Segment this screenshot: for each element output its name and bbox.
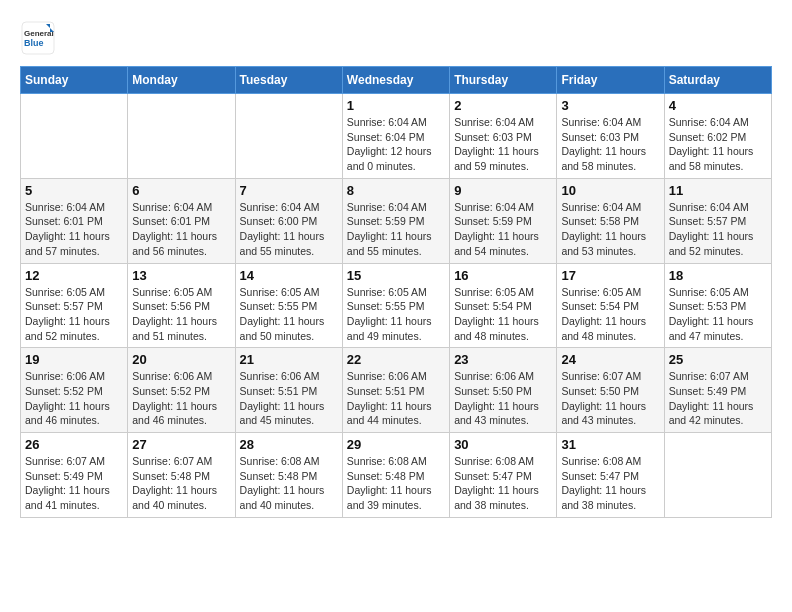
calendar-cell: 13Sunrise: 6:05 AM Sunset: 5:56 PM Dayli… (128, 263, 235, 348)
day-number: 15 (347, 268, 445, 283)
calendar-cell: 5Sunrise: 6:04 AM Sunset: 6:01 PM Daylig… (21, 178, 128, 263)
day-info: Sunrise: 6:04 AM Sunset: 6:00 PM Dayligh… (240, 200, 338, 259)
day-info: Sunrise: 6:05 AM Sunset: 5:55 PM Dayligh… (347, 285, 445, 344)
day-info: Sunrise: 6:08 AM Sunset: 5:47 PM Dayligh… (454, 454, 552, 513)
day-number: 29 (347, 437, 445, 452)
day-info: Sunrise: 6:06 AM Sunset: 5:52 PM Dayligh… (132, 369, 230, 428)
calendar-cell: 28Sunrise: 6:08 AM Sunset: 5:48 PM Dayli… (235, 433, 342, 518)
calendar-cell: 4Sunrise: 6:04 AM Sunset: 6:02 PM Daylig… (664, 94, 771, 179)
svg-text:Blue: Blue (24, 38, 44, 48)
day-number: 9 (454, 183, 552, 198)
logo: General Blue (20, 20, 56, 56)
day-info: Sunrise: 6:06 AM Sunset: 5:51 PM Dayligh… (240, 369, 338, 428)
day-number: 26 (25, 437, 123, 452)
calendar-cell: 7Sunrise: 6:04 AM Sunset: 6:00 PM Daylig… (235, 178, 342, 263)
day-info: Sunrise: 6:04 AM Sunset: 6:04 PM Dayligh… (347, 115, 445, 174)
day-number: 7 (240, 183, 338, 198)
calendar-cell: 25Sunrise: 6:07 AM Sunset: 5:49 PM Dayli… (664, 348, 771, 433)
day-info: Sunrise: 6:04 AM Sunset: 6:02 PM Dayligh… (669, 115, 767, 174)
day-number: 16 (454, 268, 552, 283)
calendar-cell: 11Sunrise: 6:04 AM Sunset: 5:57 PM Dayli… (664, 178, 771, 263)
day-number: 10 (561, 183, 659, 198)
day-info: Sunrise: 6:04 AM Sunset: 6:01 PM Dayligh… (132, 200, 230, 259)
calendar-cell (21, 94, 128, 179)
day-number: 21 (240, 352, 338, 367)
page-header: General Blue (20, 20, 772, 56)
svg-text:General: General (24, 29, 54, 38)
day-info: Sunrise: 6:05 AM Sunset: 5:54 PM Dayligh… (561, 285, 659, 344)
day-number: 23 (454, 352, 552, 367)
day-info: Sunrise: 6:08 AM Sunset: 5:47 PM Dayligh… (561, 454, 659, 513)
day-info: Sunrise: 6:08 AM Sunset: 5:48 PM Dayligh… (347, 454, 445, 513)
calendar-cell: 17Sunrise: 6:05 AM Sunset: 5:54 PM Dayli… (557, 263, 664, 348)
calendar-cell: 27Sunrise: 6:07 AM Sunset: 5:48 PM Dayli… (128, 433, 235, 518)
calendar-cell: 30Sunrise: 6:08 AM Sunset: 5:47 PM Dayli… (450, 433, 557, 518)
calendar-cell: 26Sunrise: 6:07 AM Sunset: 5:49 PM Dayli… (21, 433, 128, 518)
weekday-header: Sunday (21, 67, 128, 94)
day-number: 19 (25, 352, 123, 367)
calendar-cell: 8Sunrise: 6:04 AM Sunset: 5:59 PM Daylig… (342, 178, 449, 263)
day-info: Sunrise: 6:06 AM Sunset: 5:50 PM Dayligh… (454, 369, 552, 428)
calendar-cell: 18Sunrise: 6:05 AM Sunset: 5:53 PM Dayli… (664, 263, 771, 348)
day-info: Sunrise: 6:06 AM Sunset: 5:52 PM Dayligh… (25, 369, 123, 428)
day-number: 4 (669, 98, 767, 113)
calendar-cell: 10Sunrise: 6:04 AM Sunset: 5:58 PM Dayli… (557, 178, 664, 263)
day-number: 8 (347, 183, 445, 198)
day-number: 1 (347, 98, 445, 113)
calendar-cell: 12Sunrise: 6:05 AM Sunset: 5:57 PM Dayli… (21, 263, 128, 348)
day-number: 5 (25, 183, 123, 198)
calendar-cell: 22Sunrise: 6:06 AM Sunset: 5:51 PM Dayli… (342, 348, 449, 433)
day-number: 14 (240, 268, 338, 283)
calendar-cell: 14Sunrise: 6:05 AM Sunset: 5:55 PM Dayli… (235, 263, 342, 348)
weekday-header: Thursday (450, 67, 557, 94)
day-info: Sunrise: 6:04 AM Sunset: 5:58 PM Dayligh… (561, 200, 659, 259)
day-info: Sunrise: 6:05 AM Sunset: 5:53 PM Dayligh… (669, 285, 767, 344)
day-info: Sunrise: 6:08 AM Sunset: 5:48 PM Dayligh… (240, 454, 338, 513)
day-info: Sunrise: 6:04 AM Sunset: 6:03 PM Dayligh… (561, 115, 659, 174)
day-info: Sunrise: 6:04 AM Sunset: 5:59 PM Dayligh… (454, 200, 552, 259)
day-info: Sunrise: 6:05 AM Sunset: 5:57 PM Dayligh… (25, 285, 123, 344)
day-info: Sunrise: 6:05 AM Sunset: 5:54 PM Dayligh… (454, 285, 552, 344)
day-number: 27 (132, 437, 230, 452)
calendar-cell: 19Sunrise: 6:06 AM Sunset: 5:52 PM Dayli… (21, 348, 128, 433)
calendar-cell: 16Sunrise: 6:05 AM Sunset: 5:54 PM Dayli… (450, 263, 557, 348)
day-number: 2 (454, 98, 552, 113)
weekday-header: Wednesday (342, 67, 449, 94)
day-info: Sunrise: 6:07 AM Sunset: 5:48 PM Dayligh… (132, 454, 230, 513)
calendar-cell: 24Sunrise: 6:07 AM Sunset: 5:50 PM Dayli… (557, 348, 664, 433)
calendar-cell: 15Sunrise: 6:05 AM Sunset: 5:55 PM Dayli… (342, 263, 449, 348)
calendar-cell (664, 433, 771, 518)
calendar-cell (235, 94, 342, 179)
day-number: 22 (347, 352, 445, 367)
day-info: Sunrise: 6:04 AM Sunset: 6:01 PM Dayligh… (25, 200, 123, 259)
day-number: 25 (669, 352, 767, 367)
day-number: 3 (561, 98, 659, 113)
calendar-cell: 23Sunrise: 6:06 AM Sunset: 5:50 PM Dayli… (450, 348, 557, 433)
calendar-cell: 9Sunrise: 6:04 AM Sunset: 5:59 PM Daylig… (450, 178, 557, 263)
day-number: 24 (561, 352, 659, 367)
calendar-cell: 31Sunrise: 6:08 AM Sunset: 5:47 PM Dayli… (557, 433, 664, 518)
calendar-cell: 1Sunrise: 6:04 AM Sunset: 6:04 PM Daylig… (342, 94, 449, 179)
day-info: Sunrise: 6:05 AM Sunset: 5:55 PM Dayligh… (240, 285, 338, 344)
calendar-cell: 21Sunrise: 6:06 AM Sunset: 5:51 PM Dayli… (235, 348, 342, 433)
day-number: 31 (561, 437, 659, 452)
day-info: Sunrise: 6:07 AM Sunset: 5:49 PM Dayligh… (669, 369, 767, 428)
day-number: 13 (132, 268, 230, 283)
day-number: 11 (669, 183, 767, 198)
day-number: 20 (132, 352, 230, 367)
logo-svg: General Blue (20, 20, 56, 56)
day-number: 6 (132, 183, 230, 198)
day-info: Sunrise: 6:07 AM Sunset: 5:49 PM Dayligh… (25, 454, 123, 513)
calendar-cell: 2Sunrise: 6:04 AM Sunset: 6:03 PM Daylig… (450, 94, 557, 179)
weekday-header: Friday (557, 67, 664, 94)
day-number: 12 (25, 268, 123, 283)
day-info: Sunrise: 6:05 AM Sunset: 5:56 PM Dayligh… (132, 285, 230, 344)
day-number: 28 (240, 437, 338, 452)
day-number: 30 (454, 437, 552, 452)
weekday-header: Saturday (664, 67, 771, 94)
weekday-header: Tuesday (235, 67, 342, 94)
calendar-cell: 29Sunrise: 6:08 AM Sunset: 5:48 PM Dayli… (342, 433, 449, 518)
day-info: Sunrise: 6:04 AM Sunset: 6:03 PM Dayligh… (454, 115, 552, 174)
calendar: SundayMondayTuesdayWednesdayThursdayFrid… (20, 66, 772, 518)
weekday-header: Monday (128, 67, 235, 94)
